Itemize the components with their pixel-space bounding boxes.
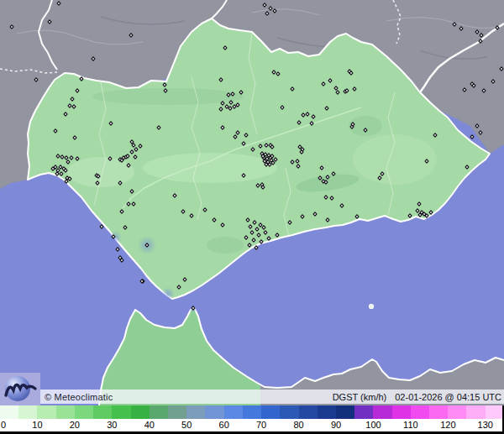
station-marker-center [417, 210, 418, 212]
station-marker-center [228, 94, 229, 96]
station-marker-center [234, 136, 236, 138]
station-marker-center [191, 215, 192, 217]
station-marker-center [174, 195, 176, 196]
station-marker-center [299, 146, 301, 148]
legend-color-step [18, 405, 37, 419]
station-marker-center [135, 149, 137, 150]
station-marker-center [121, 259, 123, 261]
station-marker-center [365, 129, 366, 131]
station-marker-center [272, 162, 274, 164]
station-marker-center [333, 173, 334, 175]
weather-map-viewport: © Meteoclimatic DGST (km/h)02-01-2026 @ … [0, 0, 504, 434]
station-marker-center [251, 232, 253, 233]
station-marker-center [81, 78, 82, 80]
station-marker-center [124, 227, 126, 228]
station-marker-center [237, 132, 239, 133]
station-marker-center [263, 227, 265, 228]
station-marker-center [240, 92, 242, 93]
station-marker-center [65, 113, 66, 115]
station-marker-center [60, 166, 61, 168]
station-marker-center [74, 137, 76, 139]
station-marker-center [323, 83, 324, 85]
station-marker-center [274, 10, 276, 12]
station-marker-center [110, 123, 112, 124]
station-marker-center [257, 185, 259, 186]
station-marker-center [327, 176, 328, 178]
station-marker-center [255, 247, 257, 248]
station-marker-center [11, 26, 13, 28]
station-marker-center [220, 108, 222, 110]
station-marker-center [76, 158, 78, 159]
station-marker-center [268, 154, 270, 156]
station-marker-center [421, 212, 423, 213]
station-marker-center [109, 158, 111, 159]
station-marker-center [66, 157, 67, 159]
station-marker-center [178, 286, 180, 288]
station-marker-center [312, 116, 314, 118]
meteoclimatic-logo[interactable] [0, 373, 40, 405]
station-marker-center [480, 132, 481, 133]
station-marker-center [460, 28, 462, 29]
legend-tick-labels: 0102030405060708090100110120130 [0, 419, 504, 431]
station-marker-center [430, 212, 432, 213]
station-marker-center [480, 40, 481, 42]
legend-tick-label: 80 [293, 420, 303, 430]
logo-icon [0, 373, 40, 405]
legend-color-step [168, 405, 186, 419]
legend-color-step [243, 405, 261, 419]
station-marker-center [423, 213, 425, 215]
legend-tick-label: 0 [1, 420, 6, 430]
station-marker-center [476, 31, 478, 33]
station-marker-center [224, 47, 226, 49]
map-canvas [0, 0, 504, 434]
legend-tick-label: 40 [144, 420, 155, 430]
legend-color-step [336, 405, 354, 419]
station-marker-center [146, 244, 148, 246]
station-marker-center [270, 8, 271, 9]
legend-color-step [0, 405, 18, 419]
legend-tick-label: 130 [478, 420, 493, 430]
station-marker-center [267, 161, 269, 163]
station-marker-center [275, 159, 276, 160]
station-marker-center [496, 27, 498, 29]
station-marker-center [289, 222, 291, 223]
station-marker-center [476, 125, 478, 127]
station-marker-center [66, 177, 68, 179]
legend-color-step [205, 405, 223, 419]
station-marker-center [327, 219, 328, 221]
station-marker-center [97, 175, 99, 177]
station-marker-center [352, 123, 354, 125]
station-marker-center [204, 209, 206, 211]
station-marker-center [381, 173, 383, 175]
station-marker-center [319, 177, 321, 179]
station-marker-center [483, 90, 485, 92]
station-marker-center [133, 203, 134, 205]
station-marker-center [184, 279, 186, 280]
station-marker-center [49, 21, 50, 23]
station-marker-center [52, 168, 54, 170]
station-marker-center [61, 156, 63, 158]
station-marker-center [253, 239, 255, 241]
legend-tick-label: 70 [256, 420, 266, 430]
variable-label: DGST (km/h) [333, 392, 387, 402]
datetime-label: 02-01-2026 @ 04:15 UTC [395, 392, 501, 402]
station-marker-center [131, 151, 133, 153]
legend-tick-label: 10 [32, 420, 42, 430]
legend-color-step [486, 405, 504, 419]
station-marker-center [119, 182, 121, 184]
station-marker-center [302, 216, 303, 217]
station-marker-center [265, 232, 266, 233]
station-marker-center [326, 107, 328, 109]
station-marker-center [165, 90, 166, 92]
legend-color-bar [0, 405, 504, 419]
station-marker-center [245, 237, 247, 238]
station-marker-center [260, 241, 262, 243]
station-marker-center [418, 203, 420, 205]
station-marker-center [131, 141, 133, 143]
station-marker-center [492, 81, 494, 82]
station-marker-center [92, 58, 94, 60]
copyright-label: © Meteoclimatic [45, 392, 113, 402]
station-marker-center [341, 205, 343, 207]
station-marker-center [226, 106, 228, 107]
legend-color-step [93, 405, 112, 419]
